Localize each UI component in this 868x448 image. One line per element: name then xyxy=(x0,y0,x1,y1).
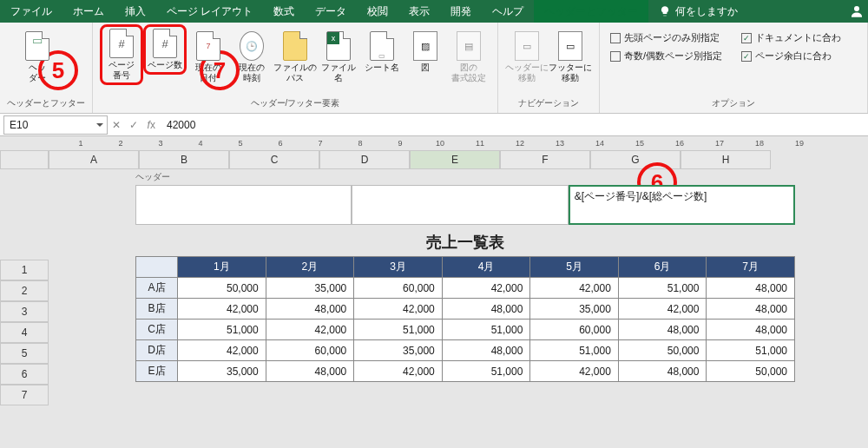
file-name-button[interactable]: x ファイル名 xyxy=(317,24,360,85)
ribbon-group-elements: # ページ 番号 # ページ数 7 現在の 日付 🕒 現在の 時刻 ファイルの … xyxy=(93,23,498,113)
account-icon[interactable] xyxy=(845,0,868,23)
sales-cell[interactable]: 48,000 xyxy=(707,299,795,320)
opt-scale-doc[interactable]: ✓ドキュメントに合わ xyxy=(741,31,857,44)
file-path-button[interactable]: ファイルの パス xyxy=(273,24,317,85)
row-4[interactable]: 4 xyxy=(0,322,49,343)
tab-header-footer[interactable]: ヘッダーとフッター xyxy=(534,0,648,23)
sales-cell[interactable]: 42,000 xyxy=(178,299,266,320)
month-header: 3月 xyxy=(354,257,443,278)
sales-cell[interactable]: 50,000 xyxy=(618,340,707,361)
table-row[interactable]: E店35,00048,00042,00051,00042,00048,00050… xyxy=(136,361,795,382)
row-3[interactable]: 3 xyxy=(0,301,49,322)
tab-view[interactable]: 表示 xyxy=(398,0,440,23)
row-2[interactable]: 2 xyxy=(0,280,49,301)
sales-cell[interactable]: 51,000 xyxy=(442,320,530,340)
sales-cell[interactable]: 48,000 xyxy=(442,299,530,320)
tell-me[interactable]: 何をしますか xyxy=(648,0,748,23)
col-C[interactable]: C xyxy=(229,150,319,169)
col-D[interactable]: D xyxy=(319,150,410,169)
sheet-name-button[interactable]: ▭ シート名 xyxy=(360,24,404,75)
table-row[interactable]: C店51,00042,00051,00051,00060,00048,00048… xyxy=(136,320,795,340)
sales-cell[interactable]: 51,000 xyxy=(442,361,530,382)
sales-cell[interactable]: 35,000 xyxy=(266,278,354,299)
group-label-hf: ヘッダーとフッター xyxy=(7,95,85,113)
col-A[interactable]: A xyxy=(49,150,139,169)
formula-input[interactable]: 42000 xyxy=(160,119,868,131)
tab-dev[interactable]: 開発 xyxy=(440,0,482,23)
sales-cell[interactable]: 35,000 xyxy=(530,299,619,320)
cancel-icon[interactable]: ✕ xyxy=(112,119,121,131)
tab-review[interactable]: 校閲 xyxy=(357,0,398,23)
sales-cell[interactable]: 48,000 xyxy=(618,320,707,340)
enter-icon[interactable]: ✓ xyxy=(129,119,138,131)
opt-odd-even-label: 奇数/偶数ページ別指定 xyxy=(624,49,722,63)
checkbox-checked-icon: ✓ xyxy=(741,51,752,62)
goto-footer-button[interactable]: ▭ フッターに 移動 xyxy=(549,24,592,85)
sales-cell[interactable]: 48,000 xyxy=(618,361,707,382)
fx-icon[interactable]: fx xyxy=(148,119,155,131)
sales-cell[interactable]: 42,000 xyxy=(266,320,354,340)
sales-cell[interactable]: 50,000 xyxy=(178,278,266,299)
name-box[interactable]: E10 xyxy=(3,115,108,135)
col-E[interactable]: E xyxy=(410,150,500,169)
col-F[interactable]: F xyxy=(500,150,590,169)
row-5[interactable]: 5 xyxy=(0,343,49,364)
sales-cell[interactable]: 60,000 xyxy=(266,340,354,361)
select-all-corner[interactable] xyxy=(0,150,49,169)
sales-cell[interactable]: 48,000 xyxy=(707,320,795,340)
col-B[interactable]: B xyxy=(139,150,229,169)
page-number-button[interactable]: # ページ 番号 xyxy=(100,24,143,85)
sales-cell[interactable]: 51,000 xyxy=(530,340,619,361)
sales-cell[interactable]: 48,000 xyxy=(707,278,795,299)
sales-cell[interactable]: 42,000 xyxy=(618,299,707,320)
sales-cell[interactable]: 48,000 xyxy=(266,361,354,382)
store-name: D店 xyxy=(136,340,178,361)
table-row[interactable]: D店42,00060,00035,00048,00051,00050,00051… xyxy=(136,340,795,361)
tab-home[interactable]: ホーム xyxy=(62,0,115,23)
row-6[interactable]: 6 xyxy=(0,364,49,385)
tab-help[interactable]: ヘルプ xyxy=(482,0,534,23)
tab-insert[interactable]: 挿入 xyxy=(115,0,156,23)
tab-data[interactable]: データ xyxy=(305,0,357,23)
picture-button[interactable]: ▨ 図 xyxy=(404,24,447,75)
opt-first-page[interactable]: 先頭ページのみ別指定 xyxy=(610,31,726,44)
tab-file[interactable]: ファイル xyxy=(0,0,62,23)
sales-cell[interactable]: 60,000 xyxy=(530,320,619,340)
row-1[interactable]: 1 xyxy=(0,260,49,280)
sales-table[interactable]: 1月2月3月4月5月6月7月 A店50,00035,00060,00042,00… xyxy=(135,256,795,382)
sales-cell[interactable]: 51,000 xyxy=(707,340,795,361)
sales-cell[interactable]: 35,000 xyxy=(178,361,266,382)
store-name: B店 xyxy=(136,299,178,320)
header-center[interactable] xyxy=(352,185,568,225)
sales-cell[interactable]: 50,000 xyxy=(707,361,795,382)
sales-cell[interactable]: 35,000 xyxy=(354,340,443,361)
page-count-button[interactable]: # ページ数 xyxy=(143,24,187,75)
sales-cell[interactable]: 48,000 xyxy=(266,299,354,320)
tab-layout[interactable]: ページ レイアウト xyxy=(156,0,263,23)
sales-cell[interactable]: 42,000 xyxy=(354,299,443,320)
clock-icon: 🕒 xyxy=(240,31,264,61)
sales-cell[interactable]: 42,000 xyxy=(354,361,443,382)
col-H[interactable]: H xyxy=(681,150,771,169)
goto-footer-icon: ▭ xyxy=(558,31,582,61)
sales-cell[interactable]: 42,000 xyxy=(442,278,530,299)
sales-cell[interactable]: 51,000 xyxy=(618,278,707,299)
sales-cell[interactable]: 42,000 xyxy=(530,361,619,382)
tab-formula[interactable]: 数式 xyxy=(263,0,305,23)
sales-cell[interactable]: 51,000 xyxy=(354,320,443,340)
table-title: 売上一覧表 xyxy=(135,232,795,253)
sales-cell[interactable]: 48,000 xyxy=(442,340,530,361)
group-label-elements: ヘッダー/フッター要素 xyxy=(251,95,340,113)
sales-cell[interactable]: 60,000 xyxy=(354,278,443,299)
sales-cell[interactable]: 42,000 xyxy=(178,340,266,361)
opt-odd-even[interactable]: 奇数/偶数ページ別指定 xyxy=(610,49,726,63)
opt-align-margin[interactable]: ✓ページ余白に合わ xyxy=(741,49,857,63)
goto-header-icon: ▭ xyxy=(515,31,539,61)
header-left[interactable] xyxy=(135,185,352,225)
sales-cell[interactable]: 42,000 xyxy=(530,278,619,299)
table-row[interactable]: B店42,00048,00042,00048,00035,00042,00048… xyxy=(136,299,795,320)
row-7[interactable]: 7 xyxy=(0,385,49,405)
table-row[interactable]: A店50,00035,00060,00042,00042,00051,00048… xyxy=(136,278,795,299)
header-right[interactable]: &[ページ番号]/&[総ページ数] xyxy=(569,185,795,225)
sales-cell[interactable]: 51,000 xyxy=(178,320,266,340)
